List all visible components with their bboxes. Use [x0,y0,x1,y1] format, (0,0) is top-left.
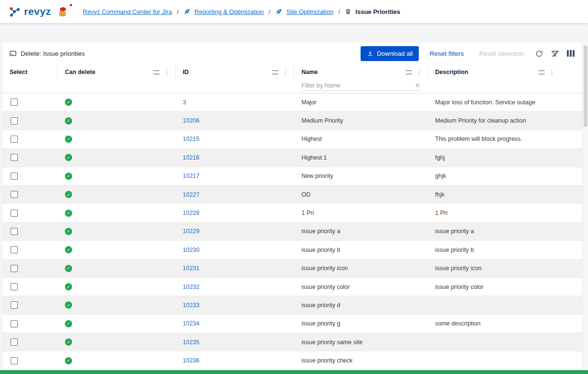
name-cell: Major [294,93,428,111]
name-filter-input[interactable] [301,82,414,89]
row-description: 1 Pri [435,210,448,216]
id-cell: 10206 [175,112,294,129]
can-delete-cell: ✓ [58,149,175,166]
row-checkbox[interactable] [11,320,18,327]
column-header-id[interactable]: ID ⋮ [175,64,294,80]
row-name: issue priority icon [301,265,348,272]
refresh-button[interactable] [534,49,544,59]
can-delete-check-icon: ✓ [65,191,72,198]
table-body: ✓ 3 Major Major loss of function. Servic… [2,93,582,370]
row-checkbox[interactable] [11,136,18,143]
row-checkbox[interactable] [11,228,18,235]
row-id-link[interactable]: 10231 [183,265,200,272]
row-checkbox[interactable] [11,173,18,180]
can-delete-cell: ✓ [58,204,175,222]
description-cell: fhjk [428,186,582,203]
can-delete-check-icon: ✓ [65,99,72,106]
table-row: ✓ 10227 OD fhjk [2,186,582,204]
filter-off-button[interactable] [550,49,560,59]
breadcrumb-separator: / [176,8,180,15]
can-delete-cell: ✓ [58,241,175,259]
row-id-link[interactable]: 10216 [183,154,200,161]
breadcrumb-link-command-center[interactable]: Revyz Command Center for Jira [83,8,172,15]
row-id-link[interactable]: 10227 [183,191,200,198]
reset-filters-button[interactable]: Reset filters [425,46,468,61]
scrollbar-thumb[interactable] [584,45,588,127]
row-id-link[interactable]: 10206 [183,117,200,124]
row-id-link[interactable]: 10235 [183,339,200,346]
vertical-scrollbar[interactable] [582,42,588,374]
breadcrumb-link-site-optimization[interactable]: Site Optimization [286,8,333,15]
can-delete-check-icon: ✓ [65,338,72,346]
download-icon [367,50,374,57]
row-id-link[interactable]: 10215 [183,136,200,142]
row-id-link[interactable]: 10229 [183,228,200,235]
row-id-link[interactable]: 10236 [183,357,200,364]
id-cell: 10234 [175,315,294,333]
column-filter-icon[interactable] [538,70,545,75]
row-name: issue priority b [301,247,340,253]
row-id-link[interactable]: 10230 [183,247,200,253]
download-all-button[interactable]: Download all [361,46,419,61]
row-checkbox[interactable] [11,283,18,290]
name-cell: issue priority a [294,223,428,240]
row-description: fhjk [435,191,444,198]
filter-off-icon [551,50,559,58]
reset-selection-button[interactable]: Reset selection [475,46,528,61]
row-name: Medium Priority [301,117,343,124]
column-filter-icon[interactable] [272,70,278,75]
column-header-description[interactable]: Description ⋮ [428,64,582,80]
description-cell: issue priority b [428,241,582,259]
column-menu-icon[interactable]: ⋮ [163,69,170,75]
select-cell [2,149,58,166]
row-id-link[interactable]: 3 [183,99,186,106]
column-filter-icon[interactable] [153,70,160,75]
row-id-link[interactable]: 10233 [183,302,200,309]
row-id-link[interactable]: 10234 [183,320,200,327]
id-cell: 10231 [175,260,294,277]
row-checkbox[interactable] [11,246,18,253]
can-delete-check-icon: ✓ [65,265,72,272]
download-all-label: Download all [377,50,413,57]
column-header-can-delete[interactable]: Can delete ⋮ [58,64,175,80]
row-checkbox[interactable] [11,338,18,346]
column-filter-icon[interactable] [406,70,412,75]
breadcrumb-link-reporting-optimization[interactable]: Reporting & Optimization [194,8,264,15]
row-id-link[interactable]: 10228 [183,210,200,216]
table-row: ✓ 10236 issue priority check [2,351,582,370]
table-row: ✓ 10231 issue priority icon issue priori… [2,260,582,278]
id-cell: 3 [175,93,294,111]
row-checkbox[interactable] [11,117,18,125]
can-delete-cell: ✓ [58,223,175,240]
select-cell [2,223,58,240]
row-checkbox[interactable] [11,210,18,217]
id-cell: 10236 [175,351,294,369]
rocket-icon [275,8,282,15]
row-name: issue priority color [301,284,350,290]
columns-button[interactable] [566,49,575,58]
row-checkbox[interactable] [11,99,18,106]
row-checkbox[interactable] [11,301,18,309]
row-checkbox[interactable] [11,191,18,198]
clear-filter-icon[interactable]: ✕ [414,82,421,89]
columns-icon [567,50,575,57]
row-id-link[interactable]: 10232 [183,284,200,290]
row-checkbox[interactable] [11,265,18,272]
id-cell: 10229 [175,223,294,240]
column-menu-icon[interactable]: ⋮ [549,69,555,75]
description-cell: ghjk [428,167,582,185]
row-name: issue priority check [301,357,352,364]
column-header-name[interactable]: Name ⋮ [294,64,428,80]
row-checkbox[interactable] [11,154,18,161]
logo[interactable]: revyz [8,5,79,18]
row-description: This problem will block progress. [435,136,522,142]
logo-molecule-icon [8,5,21,18]
description-cell: Medium Priority for cleanup action [428,112,582,129]
column-menu-icon[interactable]: ⋮ [282,69,289,75]
breadcrumb-separator: / [268,8,272,15]
row-description: fghj [435,154,445,161]
row-id-link[interactable]: 10217 [183,173,200,179]
row-checkbox[interactable] [11,357,18,364]
column-menu-icon[interactable]: ⋮ [416,69,423,75]
can-delete-check-icon: ✓ [65,228,72,235]
